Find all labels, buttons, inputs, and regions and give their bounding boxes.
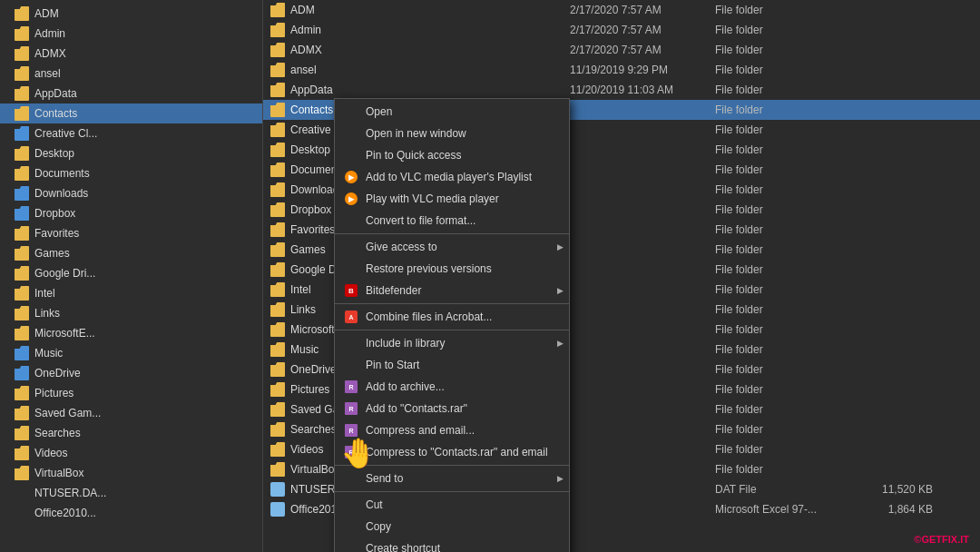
- file-type: File folder: [715, 443, 842, 456]
- sidebar-item-6[interactable]: Creative Cl...: [0, 123, 262, 143]
- file-name-text: AppData: [290, 84, 333, 96]
- sidebar-item-17[interactable]: Music: [0, 343, 262, 363]
- sidebar-item-0[interactable]: ADM: [0, 4, 262, 24]
- file-name-text: Desktop: [290, 143, 330, 156]
- sidebar-item-2[interactable]: ADMX: [0, 44, 262, 64]
- sidebar-item-7[interactable]: Desktop: [0, 143, 262, 163]
- file-type: File folder: [715, 24, 842, 36]
- menu-icon-17: R: [344, 423, 358, 438]
- menu-item-label-24: Create shortcut: [366, 542, 440, 552]
- folder-icon: [270, 262, 285, 277]
- file-name-text: Contacts: [290, 104, 333, 116]
- file-row-2[interactable]: ADMX2/17/2020 7:57 AMFile folder: [263, 40, 980, 60]
- sidebar-item-13[interactable]: Google Dri...: [0, 263, 262, 283]
- menu-icon-3: ▶: [344, 170, 358, 184]
- menu-item-1[interactable]: Open in new window: [335, 123, 569, 144]
- sidebar-item-16[interactable]: MicrosoftE...: [0, 323, 262, 343]
- sidebar-item-22[interactable]: Videos: [0, 443, 262, 463]
- sidebar-item-11[interactable]: Favorites: [0, 223, 262, 243]
- file-row-3[interactable]: ansel11/19/2019 9:29 PMFile folder: [263, 60, 980, 80]
- menu-item-7[interactable]: Give access to: [335, 236, 569, 258]
- menu-item-8[interactable]: Restore previous versions: [335, 258, 569, 280]
- sidebar-item-18[interactable]: OneDrive: [0, 363, 262, 383]
- menu-item-23[interactable]: Copy: [335, 516, 569, 537]
- file-row-0[interactable]: ADM2/17/2020 7:57 AMFile folder: [263, 0, 980, 20]
- menu-item-15[interactable]: RAdd to archive...: [335, 376, 569, 398]
- file-type: File folder: [715, 44, 842, 56]
- file-size: 11,520 KB: [842, 483, 933, 496]
- folder-icon: [15, 346, 29, 360]
- file-type: File folder: [715, 4, 842, 16]
- sidebar-item-15[interactable]: Links: [0, 303, 262, 323]
- menu-separator-19: [335, 465, 569, 466]
- sidebar-item-20[interactable]: Saved Gam...: [0, 403, 262, 423]
- folder-icon: [270, 362, 285, 377]
- menu-item-16[interactable]: RAdd to "Contacts.rar": [335, 398, 569, 419]
- sidebar-item-23[interactable]: VirtualBox: [0, 463, 262, 483]
- sidebar-item-25[interactable]: Office2010...: [0, 503, 262, 523]
- folder-icon: [15, 6, 29, 21]
- menu-item-label-14: Pin to Start: [366, 359, 419, 371]
- file-row-4[interactable]: AppData11/20/2019 11:03 AMFile folder: [263, 80, 980, 100]
- menu-icon-18: R: [344, 445, 358, 459]
- sidebar-item-14[interactable]: Intel: [0, 283, 262, 303]
- menu-item-14[interactable]: Pin to Start: [335, 354, 569, 376]
- file-type: File folder: [715, 363, 842, 376]
- menu-item-13[interactable]: Include in library: [335, 332, 569, 354]
- sidebar-item-9[interactable]: Downloads: [0, 183, 262, 203]
- sidebar-item-10[interactable]: Dropbox: [0, 203, 262, 223]
- menu-item-0[interactable]: Open: [335, 101, 569, 123]
- menu-item-label-15: Add to archive...: [366, 380, 445, 393]
- menu-separator-10: [335, 303, 569, 304]
- sidebar-item-24[interactable]: NTUSER.DA...: [0, 483, 262, 503]
- file-name: AppData: [270, 83, 570, 97]
- menu-item-11[interactable]: ACombine files in Acrobat...: [335, 306, 569, 328]
- folder-icon: [15, 366, 29, 380]
- sidebar-item-label: Dropbox: [34, 207, 75, 220]
- file-date: 2/17/2020 7:57 AM: [570, 44, 715, 56]
- folder-icon: [270, 282, 285, 297]
- sidebar-item-label: Office2010...: [34, 507, 96, 519]
- sidebar-item-19[interactable]: Pictures: [0, 383, 262, 403]
- sidebar-item-21[interactable]: Searches: [0, 423, 262, 443]
- menu-item-17[interactable]: RCompress and email...: [335, 419, 569, 441]
- sidebar-item-1[interactable]: Admin: [0, 24, 262, 44]
- file-type: File folder: [715, 84, 842, 96]
- menu-item-22[interactable]: Cut: [335, 494, 569, 516]
- menu-item-label-5: Convert to file format...: [366, 214, 475, 227]
- menu-item-3[interactable]: ▶Add to VLC media player's Playlist: [335, 166, 569, 188]
- menu-item-9[interactable]: BBitdefender: [335, 280, 569, 301]
- folder-icon: [15, 446, 29, 460]
- sidebar-item-label: Saved Gam...: [34, 407, 101, 419]
- menu-icon-4: ▶: [344, 192, 358, 206]
- file-type: DAT File: [715, 483, 842, 496]
- sidebar-item-12[interactable]: Games: [0, 243, 262, 263]
- sidebar-item-4[interactable]: AppData: [0, 84, 262, 104]
- sidebar-item-3[interactable]: ansel: [0, 64, 262, 84]
- menu-item-20[interactable]: Send to: [335, 468, 569, 489]
- file-type: File folder: [715, 323, 842, 336]
- sidebar-item-8[interactable]: Documents: [0, 163, 262, 183]
- menu-item-2[interactable]: Pin to Quick access: [335, 144, 569, 166]
- file-size: 1,864 KB: [842, 503, 933, 516]
- menu-icon-1: [344, 126, 358, 141]
- sidebar-item-label: VirtualBox: [34, 467, 83, 479]
- file-row-1[interactable]: Admin2/17/2020 7:57 AMFile folder: [263, 20, 980, 40]
- menu-item-5[interactable]: Convert to file format...: [335, 210, 569, 232]
- file-type: File folder: [715, 423, 842, 436]
- watermark-suffix: .IT: [957, 534, 969, 545]
- file-icon: [15, 506, 29, 520]
- menu-item-label-11: Combine files in Acrobat...: [366, 310, 492, 323]
- sidebar-item-5[interactable]: Contacts: [0, 104, 262, 123]
- folder-icon: [270, 23, 285, 37]
- menu-item-4[interactable]: ▶Play with VLC media player: [335, 188, 569, 210]
- folder-icon: [270, 242, 285, 257]
- menu-item-24[interactable]: Create shortcut: [335, 537, 569, 552]
- file-type: Microsoft Excel 97-...: [715, 503, 842, 516]
- folder-icon: [270, 342, 285, 357]
- menu-item-18[interactable]: RCompress to "Contacts.rar" and email: [335, 441, 569, 463]
- sidebar-item-label: NTUSER.DA...: [34, 487, 106, 499]
- sidebar-item-label: ADMX: [34, 47, 66, 60]
- file-type: File folder: [715, 203, 842, 216]
- menu-icon-23: [344, 519, 358, 534]
